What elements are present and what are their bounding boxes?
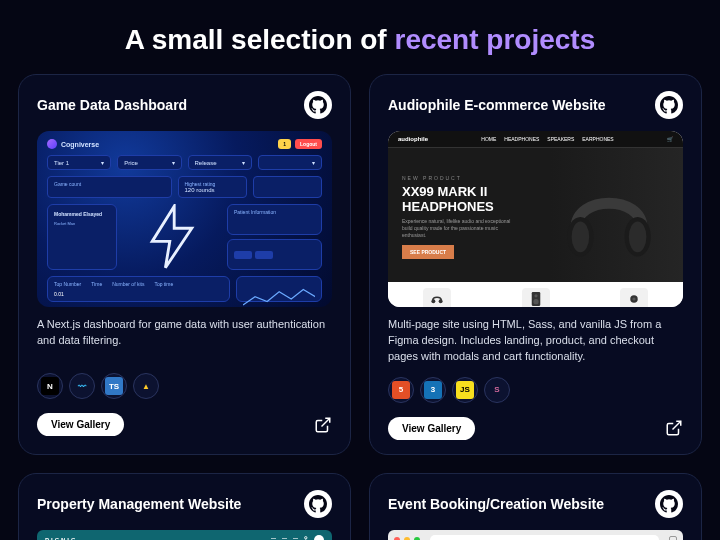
preview-th: Top Number (54, 281, 81, 287)
tech-row: N〰TS▲ (37, 373, 332, 399)
tech-icon-firebase: ▲ (133, 373, 159, 399)
preview-nav-link: HEADPHONES (504, 136, 539, 142)
github-icon (660, 96, 678, 114)
preview-user-name: Mohammed Elsayed (54, 211, 110, 217)
github-link[interactable] (304, 91, 332, 119)
svg-point-2 (572, 221, 590, 252)
preview-chip: Logout (295, 139, 322, 149)
project-preview: Cogniverse 1 Logout Tier 1▾ Price▾ Relea… (37, 131, 332, 307)
project-desc: Multi-page site using HTML, Sass, and va… (388, 317, 683, 365)
svg-point-6 (439, 299, 443, 303)
preview-nav-link: SPEAKERS (547, 136, 574, 142)
page-headline: A small selection of recent projects (0, 0, 720, 74)
tech-icon-html5: 5 (388, 377, 414, 403)
preview-brand: Cogniverse (61, 141, 99, 148)
view-gallery-button[interactable]: View Gallery (388, 417, 475, 440)
tech-icon-tailwind: 〰 (69, 373, 95, 399)
headline-prefix: A small selection of (125, 24, 395, 55)
github-link[interactable] (655, 91, 683, 119)
preview-sparkline (243, 287, 315, 307)
project-card: Property Management Website PICNIC ———⚲ (18, 473, 351, 540)
svg-point-5 (432, 299, 436, 303)
external-link-icon[interactable] (665, 419, 683, 437)
svg-point-4 (629, 221, 647, 252)
external-link-icon[interactable] (314, 416, 332, 434)
preview-tag: NEW PRODUCT (402, 175, 549, 181)
preview-panel-title: Patient Information (234, 209, 315, 215)
project-preview: audiophile HOME HEADPHONES SPEAKERS EARP… (388, 131, 683, 307)
preview-stat-value: 120 rounds (185, 187, 240, 193)
project-card: Event Booking/Creation Website (369, 473, 702, 540)
project-card: Game Data Dashboard Cogniverse 1 Logout … (18, 74, 351, 455)
project-desc: A Next.js dashboard for game data with u… (37, 317, 332, 361)
tech-row: 53JSS (388, 377, 683, 403)
svg-point-9 (533, 299, 538, 304)
preview-filter: Release (195, 160, 217, 166)
lightning-bolt-icon (145, 204, 199, 270)
tech-icon-sass: S (484, 377, 510, 403)
project-preview: PICNIC ———⚲ (37, 530, 332, 540)
github-icon (660, 495, 678, 513)
github-link[interactable] (655, 490, 683, 518)
preview-chip: 1 (278, 139, 291, 149)
preview-brand: audiophile (398, 136, 428, 142)
tech-icon-typescript: TS (101, 373, 127, 399)
github-icon (309, 96, 327, 114)
preview-filter: Price (124, 160, 138, 166)
project-title: Game Data Dashboard (37, 97, 187, 113)
preview-h1: HEADPHONES (402, 199, 494, 214)
github-icon (309, 495, 327, 513)
preview-h1: XX99 MARK II (402, 184, 487, 199)
preview-th: Number of kits (112, 281, 144, 287)
preview-nav-link: EARPHONES (582, 136, 613, 142)
project-preview (388, 530, 683, 540)
project-card: Audiophile E-commerce Website audiophile… (369, 74, 702, 455)
tech-icon-javascript: JS (452, 377, 478, 403)
preview-nav-link: HOME (481, 136, 496, 142)
project-title: Property Management Website (37, 496, 241, 512)
preview-user-sub: Rocket Man (54, 221, 110, 226)
preview-paragraph: Experience natural, lifelike audio and e… (402, 218, 522, 239)
preview-stat-label: Game count (54, 181, 165, 187)
github-link[interactable] (304, 490, 332, 518)
svg-line-0 (322, 418, 330, 426)
tech-icon-css3: 3 (420, 377, 446, 403)
headphones-icon (554, 162, 664, 272)
preview-cta: SEE PRODUCT (402, 245, 454, 259)
preview-th: Top time (154, 281, 173, 287)
svg-point-8 (534, 294, 537, 297)
headline-accent: recent projects (394, 24, 595, 55)
project-title: Audiophile E-commerce Website (388, 97, 606, 113)
svg-point-11 (632, 297, 635, 300)
preview-th: Time (91, 281, 102, 287)
project-title: Event Booking/Creation Website (388, 496, 604, 512)
preview-filter: Tier 1 (54, 160, 69, 166)
cart-icon: 🛒 (667, 136, 673, 142)
view-gallery-button[interactable]: View Gallery (37, 413, 124, 436)
svg-line-12 (673, 422, 681, 430)
tech-icon-nextjs: N (37, 373, 63, 399)
